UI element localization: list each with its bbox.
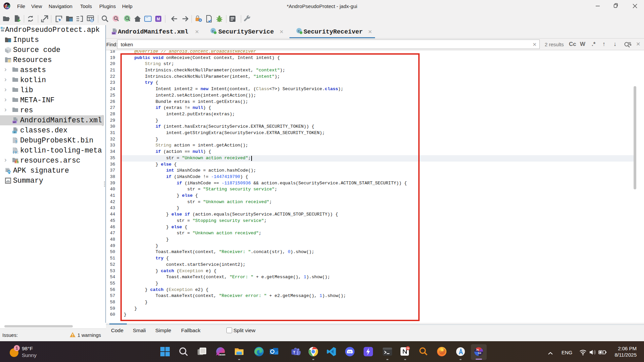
svg-text:J: J: [14, 131, 15, 134]
svg-text:{0}: {0}: [12, 150, 18, 154]
svg-text:DX: DX: [478, 352, 481, 354]
svg-text:M365: M365: [219, 354, 225, 356]
svg-text:MF: MF: [13, 121, 16, 123]
svg-text:?: ?: [15, 140, 17, 144]
svg-text:70: 70: [407, 347, 409, 350]
svg-text:JA: JA: [476, 349, 479, 351]
svg-text:MF: MF: [112, 32, 116, 35]
svg-text:T: T: [293, 350, 296, 354]
svg-text:c: c: [212, 29, 214, 33]
svg-text:1: 1: [15, 346, 18, 351]
svg-text:c: c: [298, 29, 300, 33]
svg-text:M: M: [157, 17, 160, 21]
